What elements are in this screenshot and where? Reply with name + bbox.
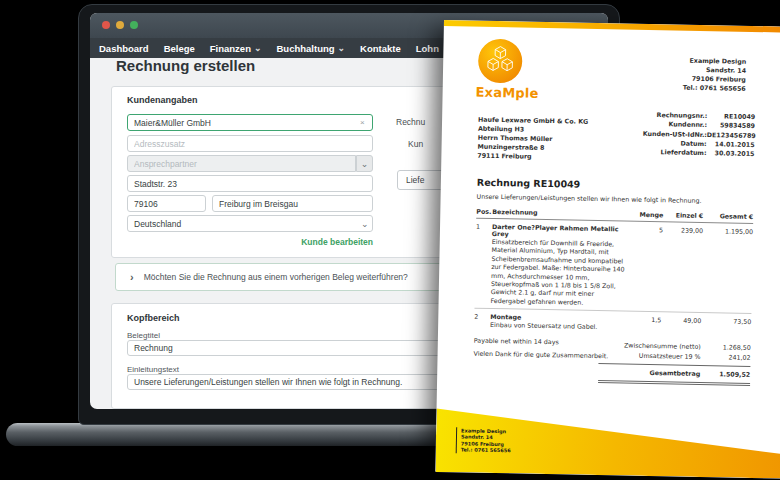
invoice-footer-address: Example Design Sandstr. 14 79106 Freibur… bbox=[456, 427, 512, 454]
brand-logo-icon bbox=[477, 38, 524, 85]
intro-text-label: Einleitungstext bbox=[127, 365, 179, 374]
footer-line: Tel.: 0761 565656 bbox=[461, 447, 511, 454]
cell-unit: 49,00 bbox=[661, 316, 701, 333]
window-close-button[interactable] bbox=[102, 21, 110, 29]
total-value: 241,02 bbox=[700, 352, 750, 363]
nav-item-kontakte[interactable]: Kontakte bbox=[360, 43, 401, 54]
invoice-preview: ExaMple Example Design Sandstr. 14 79106… bbox=[435, 20, 780, 480]
meta-value: 30.03.2015 bbox=[706, 148, 754, 158]
contact-dropdown-button[interactable]: ⌄ bbox=[356, 155, 373, 172]
total-label: Gesamtbetrag bbox=[598, 367, 700, 379]
cell-qty: 1,5 bbox=[635, 316, 661, 333]
recipient-line: 79111 Freiburg bbox=[477, 151, 587, 162]
totals-block: Zwischensumme (netto)1.268,50 Umsatzsteu… bbox=[598, 340, 751, 386]
col-header-qty: Menge bbox=[637, 211, 663, 218]
nav-label: Belege bbox=[164, 43, 195, 54]
clear-icon[interactable]: × bbox=[360, 118, 365, 127]
col-header-pos: Pos. bbox=[476, 208, 492, 215]
meta-label: Lieferdatum: bbox=[578, 146, 706, 158]
sender-line: Tel.: 0761 565656 bbox=[683, 83, 746, 93]
customer-card-title: Kundenangaben bbox=[127, 95, 198, 105]
country-select[interactable] bbox=[127, 215, 373, 232]
nav-label: Finanzen bbox=[210, 43, 251, 54]
nav-item-buchhaltung[interactable]: Buchhaltung ⌄ bbox=[277, 43, 346, 54]
cell-qty: 5 bbox=[636, 226, 664, 309]
invoice-meta: Rechnungsnr.:RE10049 Kundennr.:59834589 … bbox=[578, 109, 755, 159]
invoice-intro: Unsere Lieferungen/Leistungen stellen wi… bbox=[477, 193, 702, 204]
window-zoom-button[interactable] bbox=[130, 21, 138, 29]
contact-person-input[interactable] bbox=[127, 155, 356, 172]
header-card-title: Kopfbereich bbox=[127, 313, 180, 323]
street-input[interactable] bbox=[127, 175, 373, 192]
item-name: Darter One?Player Rahmen Metallic Grey bbox=[492, 223, 619, 237]
total-label: Umsatzsteuer 19 % bbox=[599, 350, 701, 362]
invoice-title: Rechnung RE10049 bbox=[477, 177, 581, 190]
table-row: 1 Darter One?Player Rahmen Metallic Grey… bbox=[474, 219, 753, 315]
customer-number-label: Kun bbox=[408, 139, 423, 149]
chevron-down-icon: ⌄ bbox=[361, 159, 369, 169]
cell-name: Darter One?Player Rahmen Metallic Grey E… bbox=[491, 223, 638, 308]
cell-name: Montage Einbau von Steuersatz und Gabel. bbox=[490, 313, 635, 332]
window-minimize-button[interactable] bbox=[116, 21, 124, 29]
sender-address: Example Design Sandstr. 14 79106 Freibur… bbox=[683, 56, 747, 93]
brand-name: ExaMple bbox=[475, 85, 538, 101]
nav-item-lohn[interactable]: Lohn bbox=[416, 43, 439, 54]
table-row: 2 Montage Einbau von Steuersatz und Gabe… bbox=[474, 309, 751, 338]
edit-customer-link[interactable]: Kunde bearbeiten bbox=[127, 237, 373, 247]
cell-pos: 1 bbox=[475, 223, 493, 306]
cell-pos: 2 bbox=[474, 313, 490, 330]
customer-name-input[interactable] bbox=[127, 114, 373, 131]
nav-label: Lohn bbox=[416, 43, 439, 54]
item-name: Montage bbox=[490, 313, 521, 321]
invoice-date-label: Rechnu bbox=[396, 117, 425, 127]
address-extra-input[interactable] bbox=[127, 135, 373, 152]
nav-label: Kontakte bbox=[360, 43, 401, 54]
cell-total: 1.195,00 bbox=[701, 227, 753, 310]
nav-label: Dashboard bbox=[99, 43, 149, 54]
page-title: Rechnung erstellen bbox=[116, 57, 255, 74]
city-input[interactable] bbox=[212, 195, 373, 212]
cell-unit: 239,00 bbox=[662, 226, 704, 309]
item-description: Einsatzbereich für Downhill & Freeride, … bbox=[491, 238, 629, 308]
chevron-down-icon: ⌄ bbox=[254, 46, 262, 50]
col-header-unit: Einzel € bbox=[663, 211, 703, 219]
nav-label: Buchhaltung bbox=[277, 43, 335, 54]
zip-input[interactable] bbox=[127, 195, 206, 212]
item-description: Einbau von Steuersatz und Gabel. bbox=[490, 321, 627, 332]
recipient-address: Haufe Lexware GmbH & Co. KG Abteilung H3… bbox=[477, 115, 588, 162]
chevron-right-icon: › bbox=[130, 271, 134, 283]
nav-item-dashboard[interactable]: Dashboard bbox=[99, 43, 149, 54]
cell-total: 73,50 bbox=[701, 317, 751, 334]
total-value: 1.509,52 bbox=[700, 369, 750, 380]
continue-panel-text: Möchten Sie die Rechnung aus einem vorhe… bbox=[144, 272, 408, 282]
nav-item-finanzen[interactable]: Finanzen ⌄ bbox=[210, 43, 262, 54]
col-header-total: Gesamt € bbox=[703, 212, 753, 220]
col-header-name: Bezeichnung bbox=[492, 208, 637, 218]
doc-title-label: Belegtitel bbox=[127, 331, 160, 340]
grand-total-row: Gesamtbetrag1.509,52 bbox=[598, 363, 750, 386]
chevron-down-icon: ⌄ bbox=[338, 46, 346, 50]
nav-item-belege[interactable]: Belege bbox=[164, 43, 195, 54]
line-items-table: Pos. Bezeichnung Menge Einzel € Gesamt €… bbox=[473, 205, 753, 386]
